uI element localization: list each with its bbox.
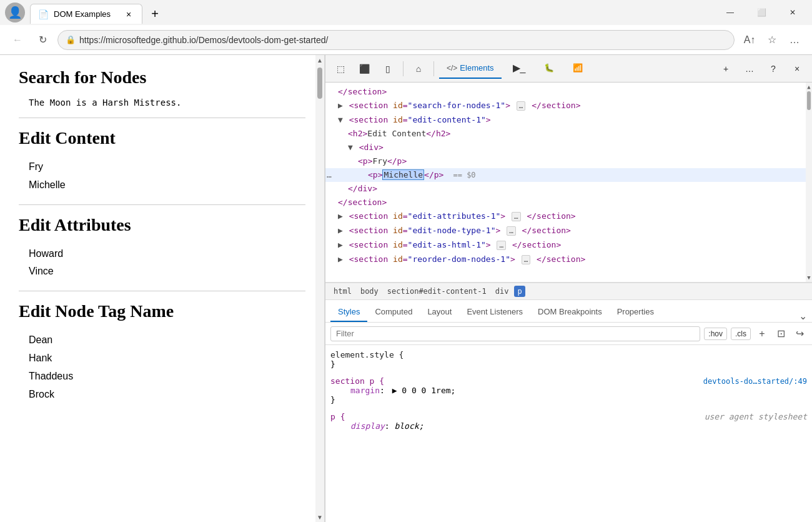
scroll-down-arrow[interactable]: ▼ <box>317 512 323 522</box>
hov-button[interactable]: :hov <box>704 328 727 340</box>
devtools-panel: ⬚ ⬛ ▯ ⌂ </> Elements ▶_ 🐛 <box>325 55 812 522</box>
tab-title: DOM Examples <box>54 9 111 19</box>
selector-text: section p { <box>330 376 384 386</box>
minimize-button[interactable]: — <box>716 3 745 23</box>
tree-line[interactable]: ▼ <section id="edit-content-1"> <box>325 113 812 127</box>
tree-line: </section> <box>325 85 812 99</box>
filter-input[interactable] <box>330 326 700 341</box>
tag-text: <p> <box>358 156 372 166</box>
refresh-button[interactable]: ↻ <box>32 30 52 50</box>
selector-text: p { <box>330 412 345 421</box>
tab-network[interactable]: 📶 <box>565 59 590 79</box>
expand-arrow[interactable]: ▶ <box>338 240 343 249</box>
tree-line[interactable]: ▶ <section id="edit-node-type-1"> … </se… <box>325 224 812 238</box>
tab-console[interactable]: ▶_ <box>505 59 533 79</box>
tree-line[interactable]: ▶ <section id="edit-attributes-1"> … </s… <box>325 209 812 224</box>
filter-bar: :hov .cls + ⊡ ↪ <box>325 323 812 345</box>
new-style-button[interactable]: ⊡ <box>773 326 788 341</box>
divider-2 <box>19 204 305 205</box>
ellipsis-indicator[interactable]: … <box>512 212 521 221</box>
maximize-button[interactable]: ⬜ <box>747 3 776 23</box>
more-tools-button[interactable]: … <box>740 59 760 79</box>
more-button[interactable]: … <box>785 30 805 50</box>
source-link[interactable]: devtools-do…started/:49 <box>703 377 807 386</box>
tag-text: <h2> <box>348 129 367 138</box>
toolbar-separator <box>403 61 404 76</box>
css-rules: element.style { } section p { devtools-d… <box>325 345 812 522</box>
tree-line[interactable]: ▶ <section id="search-for-nodes-1"> … </… <box>325 99 812 113</box>
home-button[interactable]: ⌂ <box>408 59 428 79</box>
tree-line-highlighted[interactable]: … <p>Michelle</p> == $0 <box>325 168 812 182</box>
css-triangle[interactable]: ▶ <box>392 386 397 395</box>
divider-3 <box>19 291 305 291</box>
expand-button[interactable]: ⌄ <box>799 310 807 322</box>
browser-tab[interactable]: 📄 DOM Examples × <box>30 4 142 24</box>
list-item: Brock <box>29 386 305 404</box>
css-value: block; <box>394 421 423 431</box>
tab-dom-breakpoints[interactable]: DOM Breakpoints <box>530 302 610 322</box>
inspect-element-button[interactable]: ⬚ <box>330 59 350 79</box>
close-devtools-button[interactable]: × <box>787 59 807 79</box>
breadcrumb-p[interactable]: p <box>514 286 525 297</box>
close-button[interactable]: ✕ <box>778 3 807 23</box>
expand-arrow[interactable]: ▶ <box>338 101 343 110</box>
add-panel-button[interactable]: + <box>716 59 736 79</box>
collapse-arrow[interactable]: ▼ <box>348 143 353 152</box>
tab-layout[interactable]: Layout <box>420 302 459 322</box>
list-item: Michelle <box>29 176 305 194</box>
ellipsis-indicator[interactable]: … <box>517 101 526 111</box>
tab-debugger[interactable]: 🐛 <box>537 59 562 79</box>
ellipsis-indicator[interactable]: … <box>497 241 506 250</box>
back-button[interactable]: ← <box>7 30 27 50</box>
tab-event-listeners[interactable]: Event Listeners <box>459 302 530 322</box>
breadcrumb-section[interactable]: section#edit-content-1 <box>384 286 490 297</box>
section-heading-edit-node-tag: Edit Node Tag Name <box>19 301 305 321</box>
tree-line: </section> <box>325 196 812 209</box>
dots-button[interactable]: … <box>327 169 332 181</box>
back-icon: ← <box>12 34 22 46</box>
breadcrumb-body[interactable]: body <box>357 286 382 297</box>
scroll-up-arrow[interactable]: ▲ <box>317 55 323 65</box>
html-tree[interactable]: ▲ ▼ </section> ▶ <section id="search-for… <box>325 83 812 283</box>
tree-scroll-down[interactable]: ▼ <box>806 273 812 282</box>
expand-arrow[interactable]: ▶ <box>338 254 343 264</box>
chevron-down-icon[interactable]: ⌄ <box>799 310 807 322</box>
breadcrumb-div[interactable]: div <box>492 286 512 297</box>
expand-arrow[interactable]: ▶ <box>338 226 343 235</box>
tree-line[interactable]: ▶ <section id="edit-as-html-1"> … </sect… <box>325 238 812 253</box>
tab-computed[interactable]: Computed <box>367 302 420 322</box>
collapse-arrow[interactable]: ▼ <box>338 115 343 124</box>
tab-properties[interactable]: Properties <box>610 302 661 322</box>
new-tab-button[interactable]: + <box>145 4 165 24</box>
profile-icon: 👤 <box>8 6 22 19</box>
css-selector: section p { devtools-do…started/:49 <box>330 376 807 386</box>
device-emulation-button[interactable]: ⬛ <box>354 59 374 79</box>
help-icon: ? <box>771 64 776 74</box>
help-button[interactable]: ? <box>763 59 783 79</box>
refresh-styles-button[interactable]: ↪ <box>792 326 807 341</box>
breadcrumb-html[interactable]: html <box>330 286 355 297</box>
profile-button[interactable]: 👤 <box>5 3 25 23</box>
list-item: Thaddeus <box>29 368 305 386</box>
tab-elements[interactable]: </> Elements <box>439 59 502 79</box>
tag-text: <section id="edit-attributes-1"> <box>349 211 505 221</box>
expand-arrow[interactable]: ▶ <box>338 211 343 221</box>
tree-scrollbar[interactable]: ▲ ▼ <box>806 83 812 282</box>
device-icon: ⬛ <box>359 64 370 74</box>
toolbar-separator-2 <box>433 61 434 76</box>
tree-scroll-up[interactable]: ▲ <box>806 83 812 91</box>
cls-button[interactable]: .cls <box>731 328 751 340</box>
tab-styles[interactable]: Styles <box>330 302 367 322</box>
tree-line[interactable]: ▼ <div> <box>325 141 812 154</box>
tree-line[interactable]: ▶ <section id="reorder-dom-nodes-1"> … <… <box>325 253 812 267</box>
ellipsis-indicator[interactable]: … <box>507 226 516 236</box>
ellipsis-indicator[interactable]: … <box>522 255 531 264</box>
left-scrollbar[interactable]: ▲ ▼ <box>315 55 324 522</box>
add-style-button[interactable]: + <box>755 326 770 341</box>
read-aloud-button[interactable]: A↑ <box>740 30 760 50</box>
refresh-icon: ↪ <box>796 328 804 339</box>
tab-close-button[interactable]: × <box>123 9 134 20</box>
sidebar-toggle-button[interactable]: ▯ <box>378 59 398 79</box>
favorites-button[interactable]: ☆ <box>762 30 782 50</box>
url-bar[interactable]: 🔒 https://microsoftedge.github.io/Demos/… <box>57 30 735 50</box>
